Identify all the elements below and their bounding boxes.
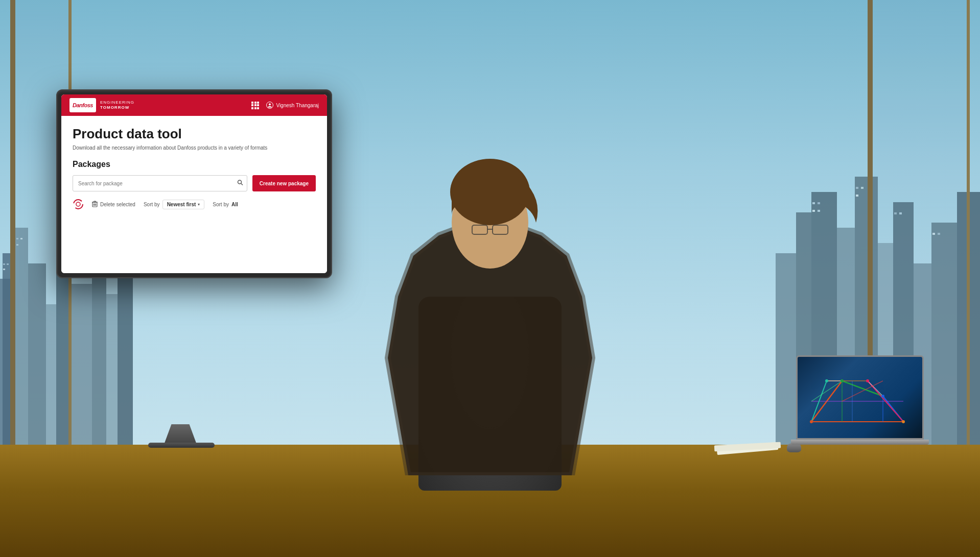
danfoss-wordmark: Danfoss (73, 102, 93, 108)
sort-by-value: Newest first (167, 202, 196, 207)
svg-rect-7 (92, 253, 106, 457)
svg-point-63 (881, 395, 884, 398)
filter-by-label: Sort by (213, 202, 229, 207)
laptop-screen (796, 355, 924, 440)
svg-rect-35 (861, 187, 864, 189)
person-back (357, 143, 623, 475)
search-input[interactable] (73, 175, 247, 191)
svg-rect-6 (72, 284, 92, 457)
trash-icon (92, 201, 98, 208)
sort-by-dropdown[interactable]: Newest first ▾ (162, 200, 205, 209)
svg-point-71 (76, 202, 80, 206)
svg-rect-31 (818, 202, 820, 204)
chevron-down-icon: ▾ (198, 202, 200, 207)
svg-point-65 (825, 379, 828, 382)
header-right: Vignesh Thangaraj (251, 102, 319, 109)
main-scene: Danfoss ENGINEERING TOMORROW (0, 0, 980, 557)
grid-dot (257, 107, 259, 109)
filter-by-group: Sort by All (213, 202, 238, 207)
logo-icon: Danfoss (69, 98, 96, 112)
filter-row: Delete selected Sort by Newest first ▾ (73, 199, 316, 210)
svg-point-62 (841, 379, 844, 382)
page-subtitle: Download all the necessary information a… (73, 145, 316, 151)
filter-by-value: All (231, 202, 238, 207)
svg-rect-10 (3, 263, 5, 265)
apps-grid-icon[interactable] (251, 102, 259, 109)
svg-rect-34 (856, 187, 858, 189)
grid-dot (257, 102, 259, 104)
grid-dot (257, 104, 259, 106)
svg-point-66 (866, 379, 869, 382)
grid-dot (251, 102, 253, 104)
svg-rect-32 (812, 210, 815, 212)
search-wrapper (73, 175, 247, 191)
user-name: Vignesh Thangaraj (276, 103, 319, 108)
svg-point-64 (902, 420, 905, 423)
engineering-tomorrow-text: ENGINEERING TOMORROW (100, 100, 134, 110)
svg-line-47 (842, 381, 883, 396)
app-header: Danfoss ENGINEERING TOMORROW (61, 94, 327, 116)
user-avatar-icon (266, 102, 273, 109)
svg-line-69 (241, 184, 243, 185)
search-button[interactable] (237, 180, 243, 187)
svg-rect-30 (812, 202, 815, 204)
danfoss-logo: Danfoss ENGINEERING TOMORROW (69, 98, 134, 112)
sort-by-label: Sort by (144, 202, 160, 207)
svg-point-61 (810, 420, 813, 423)
page-title: Product data tool (73, 126, 316, 142)
delete-icon (92, 201, 98, 207)
packages-heading: Packages (73, 160, 316, 169)
monitor-screen: Danfoss ENGINEERING TOMORROW (61, 94, 327, 273)
svg-line-58 (811, 381, 842, 401)
grid-dot (251, 104, 253, 106)
user-profile[interactable]: Vignesh Thangaraj (266, 102, 319, 109)
monitor-stand-base (148, 443, 215, 448)
search-icon (237, 180, 243, 186)
monitor-frame: Danfoss ENGINEERING TOMORROW (56, 89, 332, 278)
svg-point-68 (238, 180, 241, 184)
svg-rect-8 (106, 294, 118, 457)
svg-rect-20 (776, 253, 796, 457)
search-create-row: Create new package (73, 175, 316, 191)
svg-point-70 (74, 200, 83, 209)
svg-point-67 (269, 104, 271, 106)
svg-rect-11 (7, 263, 9, 265)
create-new-package-button[interactable]: Create new package (252, 175, 316, 191)
app-body: Product data tool Download all the neces… (61, 116, 327, 273)
delete-selected-label: Delete selected (100, 202, 135, 207)
settings-icon (73, 199, 84, 210)
grid-dot (254, 107, 256, 109)
delete-selected-button[interactable]: Delete selected (92, 201, 135, 208)
laptop-base (791, 440, 929, 445)
svg-rect-12 (3, 269, 5, 270)
svg-rect-36 (856, 195, 858, 197)
svg-rect-74 (94, 201, 96, 202)
grid-dot (254, 104, 256, 106)
svg-rect-33 (818, 210, 820, 212)
grid-dot (254, 102, 256, 104)
monitor: Danfoss ENGINEERING TOMORROW (56, 89, 332, 278)
sort-by-date-group: Sort by Newest first ▾ (144, 200, 204, 209)
grid-dot (251, 107, 253, 109)
laptop-container (796, 355, 929, 445)
